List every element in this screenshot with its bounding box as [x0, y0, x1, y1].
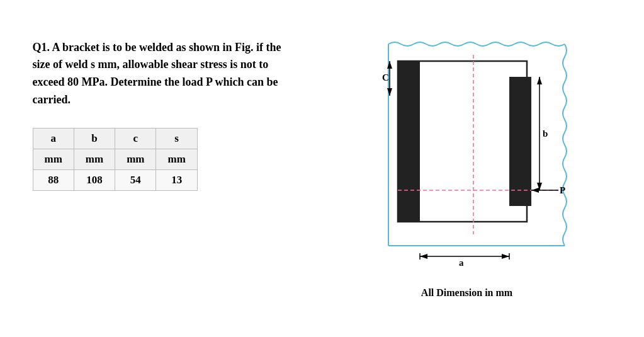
question-text: Q1. A bracket is to be welded as shown i… — [33, 39, 297, 110]
svg-text:b: b — [543, 129, 548, 139]
main-container: Q1. A bracket is to be welded as shown i… — [14, 26, 631, 311]
col-a-value: 88 — [33, 170, 74, 191]
svg-text:a: a — [459, 258, 464, 268]
col-a-header: a — [33, 129, 74, 149]
svg-marker-20 — [502, 254, 509, 259]
col-c-header: c — [115, 129, 156, 149]
dimensions-table: a b c s mm mm mm mm 88 108 54 13 — [33, 128, 198, 191]
svg-rect-2 — [398, 61, 420, 222]
right-panel: C b P a — [322, 39, 612, 299]
col-s-header: s — [156, 129, 197, 149]
svg-text:P: P — [560, 185, 565, 195]
svg-text:C: C — [382, 72, 389, 83]
col-c-value: 54 — [115, 170, 156, 191]
col-s-value: 13 — [156, 170, 197, 191]
diagram: C b P a — [363, 39, 571, 278]
col-a-unit: mm — [33, 149, 74, 170]
col-b-value: 108 — [74, 170, 115, 191]
svg-marker-12 — [537, 77, 542, 84]
col-b-unit: mm — [74, 149, 115, 170]
bracket-diagram: C b P a — [363, 39, 571, 278]
col-s-unit: mm — [156, 149, 197, 170]
table-row-units: mm mm mm mm — [33, 149, 197, 170]
svg-marker-16 — [531, 188, 539, 193]
svg-marker-19 — [420, 254, 427, 259]
table-row-headers: a b c s — [33, 129, 197, 149]
table-wrapper: a b c s mm mm mm mm 88 108 54 13 — [33, 128, 297, 191]
col-c-unit: mm — [115, 149, 156, 170]
diagram-caption: All Dimension in mm — [421, 287, 512, 299]
svg-rect-4 — [509, 77, 531, 206]
col-b-header: b — [74, 129, 115, 149]
left-panel: Q1. A bracket is to be welded as shown i… — [33, 39, 297, 191]
table-row-values: 88 108 54 13 — [33, 170, 197, 191]
